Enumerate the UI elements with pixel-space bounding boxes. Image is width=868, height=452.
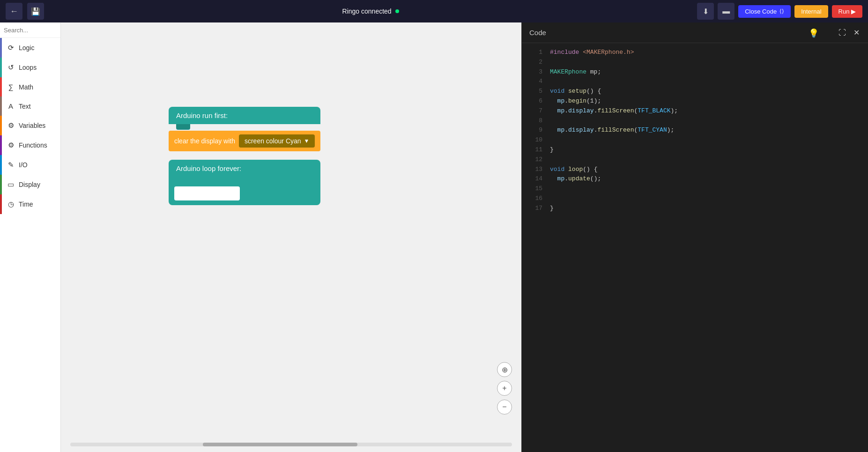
- action-label: clear the display with: [174, 137, 235, 145]
- status-dot-icon: [395, 9, 399, 13]
- sidebar-item-label: Display: [19, 181, 40, 188]
- code-line: 2: [522, 58, 868, 67]
- internal-button[interactable]: Internal: [794, 5, 828, 18]
- topbar: ← 💾 Ringo connected ⬇ ▬ Close Code ⟨⟩ In…: [0, 0, 868, 22]
- run-first-block: Arduino run first:: [169, 107, 320, 124]
- functions-icon: ⚙: [7, 141, 15, 149]
- zoom-in-button[interactable]: +: [497, 381, 512, 396]
- back-button[interactable]: ←: [6, 3, 22, 20]
- code-line: 9 mp.display.fillScreen(TFT_CYAN);: [522, 126, 868, 135]
- code-line: 4: [522, 77, 868, 87]
- loop-body: [169, 177, 320, 205]
- code-line: 15: [522, 184, 868, 194]
- time-icon: ◷: [7, 200, 15, 208]
- connection-status: Ringo connected: [49, 7, 692, 15]
- bulb-icon: 💡: [809, 28, 819, 38]
- code-panel-icons: ⛶ ✕: [838, 27, 861, 38]
- sidebar-item-display[interactable]: ▭ Display: [0, 175, 60, 194]
- sidebar-item-logic[interactable]: ⟳ Logic: [0, 38, 60, 58]
- sidebar-item-io[interactable]: ✎ I/O: [0, 155, 60, 175]
- code-line: 1 #include <MAKERphone.h>: [522, 48, 868, 58]
- zoom-out-icon: −: [502, 403, 506, 411]
- sidebar-item-loops[interactable]: ↺ Loops: [0, 58, 60, 77]
- center-button[interactable]: ⊕: [497, 362, 512, 377]
- math-icon: ∑: [7, 83, 15, 91]
- code-editor[interactable]: 1 #include <MAKERphone.h> 2 3 MAKERphone…: [522, 43, 868, 452]
- code-panel-header: Code 💡 ⛶ ✕: [522, 22, 868, 43]
- run-first-label: Arduino run first:: [176, 111, 228, 119]
- canvas-controls: ⊕ + −: [497, 362, 512, 415]
- code-line: 12: [522, 155, 868, 165]
- code-line: 7 mp.display.fillScreen(TFT_BLACK);: [522, 106, 868, 116]
- code-line: 17 }: [522, 204, 868, 214]
- loop-label: Arduino loop forever:: [176, 164, 241, 172]
- sidebar-item-label: Math: [19, 83, 33, 91]
- display-icon: ▭: [7, 180, 15, 189]
- variables-icon: ⚙: [7, 121, 15, 130]
- sidebar: 🔍 ⟳ Logic ↺ Loops ∑ Math A Text ⚙ Variab…: [0, 22, 61, 452]
- sidebar-item-text[interactable]: A Text: [0, 96, 60, 116]
- download-button[interactable]: ⬇: [697, 3, 714, 20]
- sidebar-item-label: Logic: [19, 44, 34, 52]
- close-code-button[interactable]: Close Code ⟨⟩: [738, 5, 791, 18]
- run-button[interactable]: Run ▶: [832, 5, 862, 18]
- zoom-out-button[interactable]: −: [497, 400, 512, 415]
- expand-button[interactable]: ⛶: [838, 28, 847, 38]
- search-box: 🔍: [0, 22, 60, 38]
- canvas-scrollbar[interactable]: [61, 443, 521, 446]
- code-line: 3 MAKERphone mp;: [522, 67, 868, 77]
- code-line: 13 void loop() {: [522, 165, 868, 175]
- save-button[interactable]: 💾: [27, 3, 44, 20]
- sidebar-item-label: Functions: [19, 141, 47, 149]
- blocks-container: Arduino run first: clear the display wit…: [169, 107, 320, 205]
- code-line: 8: [522, 116, 868, 126]
- code-panel: Code 💡 ⛶ ✕ 1 #include <MAKERphone.h> 2: [521, 22, 868, 452]
- io-icon: ✎: [7, 161, 15, 169]
- colour-dropdown[interactable]: screen colour Cyan ▼: [239, 134, 315, 148]
- logic-icon: ⟳: [7, 44, 15, 52]
- loop-forever-block: Arduino loop forever:: [169, 160, 320, 177]
- code-line: 16: [522, 194, 868, 204]
- code-panel-title: Code: [529, 29, 546, 37]
- canvas-area[interactable]: Arduino run first: clear the display wit…: [61, 22, 521, 452]
- sidebar-item-label: Loops: [19, 64, 37, 71]
- code-line: 14 mp.update();: [522, 174, 868, 184]
- code-line: 5 void setup() {: [522, 87, 868, 96]
- text-icon: A: [7, 102, 15, 110]
- code-line: 6 mp.begin(1);: [522, 96, 868, 106]
- sidebar-item-time[interactable]: ◷ Time: [0, 194, 60, 214]
- code-line: 11 }: [522, 145, 868, 155]
- action-block[interactable]: clear the display with screen colour Cya…: [169, 131, 320, 151]
- code-line: 10: [522, 135, 868, 145]
- close-panel-button[interactable]: ✕: [853, 27, 861, 38]
- dropdown-arrow-icon: ▼: [304, 138, 310, 144]
- monitor-button[interactable]: ▬: [718, 3, 734, 20]
- topbar-right: ⬇ ▬ Close Code ⟨⟩ Internal Run ▶: [697, 3, 862, 20]
- center-icon: ⊕: [502, 365, 508, 374]
- sidebar-item-variables[interactable]: ⚙ Variables: [0, 116, 60, 135]
- colour-value: screen colour Cyan: [245, 137, 301, 145]
- main-content: 🔍 ⟳ Logic ↺ Loops ∑ Math A Text ⚙ Variab…: [0, 22, 868, 452]
- inner-slot: [174, 186, 240, 200]
- block-notch: [176, 124, 190, 130]
- zoom-in-icon: +: [502, 384, 506, 393]
- sidebar-item-math[interactable]: ∑ Math: [0, 77, 60, 96]
- sidebar-item-label: Time: [19, 200, 33, 208]
- scrollbar-thumb[interactable]: [203, 443, 357, 446]
- scrollbar-track: [70, 443, 512, 446]
- sidebar-item-label: Variables: [19, 122, 45, 129]
- sidebar-item-functions[interactable]: ⚙ Functions: [0, 135, 60, 155]
- loops-icon: ↺: [7, 63, 15, 72]
- sidebar-item-label: I/O: [19, 161, 28, 169]
- status-text: Ringo connected: [342, 7, 392, 15]
- search-input[interactable]: [4, 27, 61, 34]
- sidebar-item-label: Text: [19, 103, 31, 110]
